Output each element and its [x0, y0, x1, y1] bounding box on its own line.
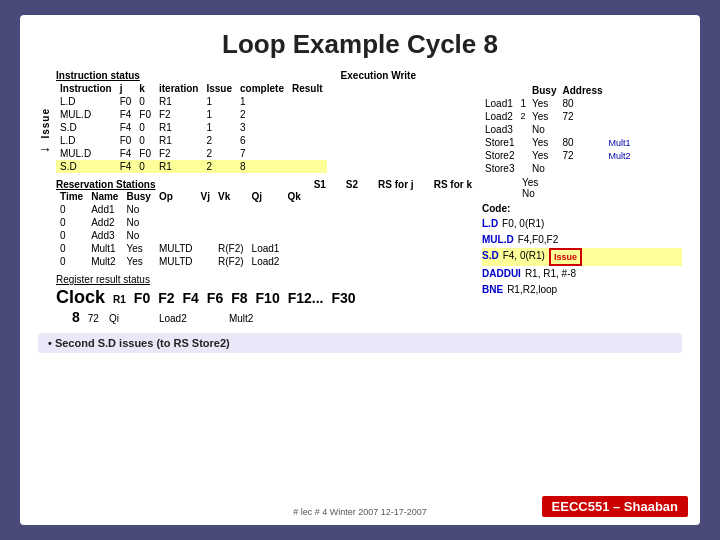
clock-val: 8	[72, 309, 80, 325]
bottom-bullet: • Second S.D issues (to RS Store2)	[38, 333, 682, 353]
rs-row: 0Add1No	[56, 203, 305, 216]
qi-label: Qi	[109, 313, 119, 324]
col-issue: Issue	[202, 82, 236, 95]
rs-row: 0Mult1YesMULTDR(F2)Load1	[56, 242, 305, 255]
code-label: Code:	[482, 203, 682, 214]
footer-note: # lec # 4 Winter 2007 12-17-2007	[293, 507, 427, 517]
f2-val: Load2	[159, 313, 189, 324]
col-instruction: Instruction	[56, 82, 116, 95]
slide-container: Loop Example Cycle 8 Issue → Instruction…	[20, 15, 700, 525]
clock-label: Clock	[56, 287, 105, 308]
f4-col: F4	[183, 290, 199, 306]
col-result: Result	[288, 82, 327, 95]
ba-row: Load11Yes80	[482, 97, 634, 110]
col-iteration: iteration	[155, 82, 202, 95]
table-row: L.DF00R126	[56, 134, 327, 147]
rs-row: 0Add2No	[56, 216, 305, 229]
code-line-1: L.D F0, 0(R1)	[482, 216, 682, 232]
issue-box: Issue	[549, 248, 582, 266]
instruction-table: Instruction j k iteration Issue complete…	[56, 82, 327, 173]
f0-col: F0	[134, 290, 150, 306]
code-line-5: BNE R1,R2,loop	[482, 282, 682, 298]
table-row: L.DF00R111	[56, 95, 327, 108]
f10-col: F10	[256, 290, 280, 306]
f6-val: Mult2	[229, 313, 259, 324]
ba-row: Store3No	[482, 162, 634, 175]
instruction-status-label: Instruction status	[56, 70, 140, 81]
f8-col: F8	[231, 290, 247, 306]
ba-row: Load3No	[482, 123, 634, 136]
ba-row: Store2Yes72Mult2	[482, 149, 634, 162]
yes-no-label: Yes No	[522, 177, 682, 199]
col-complete: complete	[236, 82, 288, 95]
ba-row: Store1Yes80Mult1	[482, 136, 634, 149]
code-line-2: MUL.D F4,F0,F2	[482, 232, 682, 248]
table-row: S.DF40R128	[56, 160, 327, 173]
code-line-4: DADDUI R1, R1, #-8	[482, 266, 682, 282]
execution-write-header: Execution Write	[341, 70, 416, 81]
rs-row: 0Add3No	[56, 229, 305, 242]
busy-addr-table: BusyAddress Load11Yes80 Load22Yes72 Load…	[482, 84, 634, 175]
rs-table: TimeNameBusyOp VjVkQjQk 0Add1No 0Add2No …	[56, 190, 305, 268]
code-line-3: S.D F4, 0(R1) Issue	[482, 248, 682, 266]
r1-label: R1	[113, 294, 126, 305]
table-row: MUL.DF4F0F227	[56, 147, 327, 160]
issue-arrow-label: Issue	[40, 108, 51, 139]
eecc-label: EECC551 – Shaaban	[552, 499, 678, 514]
f30-col: F30	[331, 290, 355, 306]
rs-row: 0Mult2YesMULTDR(F2)Load2	[56, 255, 305, 268]
code-section: Code: L.D F0, 0(R1) MUL.D F4,F0,F2 S.D F…	[482, 203, 682, 298]
arrow-down: →	[38, 141, 52, 157]
r1-val: 72	[88, 313, 99, 324]
ba-row: Load22Yes72	[482, 110, 634, 123]
right-section: BusyAddress Load11Yes80 Load22Yes72 Load…	[482, 70, 682, 325]
eecc-box: EECC551 – Shaaban	[542, 496, 688, 517]
reg-result-label: Register result status	[56, 274, 476, 285]
table-row: MUL.DF4F0F212	[56, 108, 327, 121]
slide-title: Loop Example Cycle 8	[38, 29, 682, 60]
table-row: S.DF40R113	[56, 121, 327, 134]
f2-col: F2	[158, 290, 174, 306]
rs-extra-headers: S1S2RS for jRS for k	[314, 179, 472, 190]
col-j: j	[116, 82, 136, 95]
f12-col: F12...	[288, 290, 324, 306]
f6-col: F6	[207, 290, 223, 306]
col-k: k	[135, 82, 155, 95]
rs-label: Reservation Stations	[56, 179, 155, 190]
